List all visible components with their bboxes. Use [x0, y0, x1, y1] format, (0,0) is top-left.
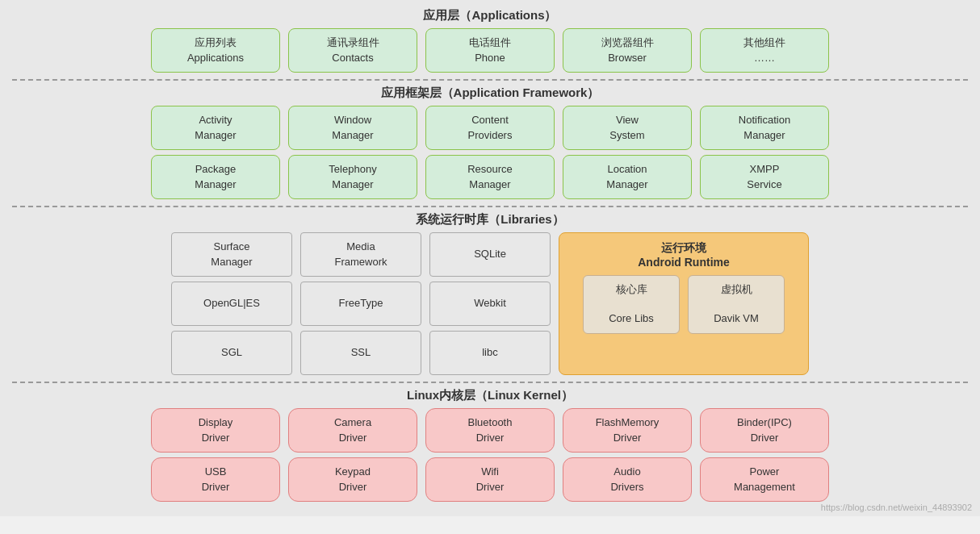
pink-box: PowerManagement	[700, 457, 829, 502]
libraries-row1: SurfaceManagerMediaFrameworkSQLite	[171, 232, 551, 277]
core-libs-box: 核心库 Core Libs	[583, 275, 680, 334]
green-box: 应用列表Applications	[151, 28, 280, 73]
pink-box: Binder(IPC)Driver	[700, 408, 829, 453]
framework-layer: 应用框架层（Application Framework） ActivityMan…	[12, 86, 968, 199]
runtime-title: 运行环境 Android Runtime	[638, 241, 730, 269]
pink-box: BluetoothDriver	[425, 408, 555, 453]
gray-box: libc	[429, 331, 551, 375]
framework-boxes: ActivityManagerWindowManagerContentProvi…	[12, 106, 968, 199]
kernel-layer: Linux内核层（Linux Kernel） DisplayDriverCame…	[12, 388, 968, 502]
libraries-row3: SGLSSLlibc	[171, 331, 551, 375]
green-box: ActivityManager	[151, 106, 280, 150]
green-box: 通讯录组件Contacts	[288, 28, 417, 73]
gray-box: SGL	[171, 331, 292, 375]
green-box: XMPPService	[700, 155, 829, 199]
applications-layer: 应用层（Applications） 应用列表Applications通讯录组件C…	[12, 8, 968, 73]
green-box: 其他组件……	[700, 28, 829, 73]
green-box: LocationManager	[563, 155, 692, 199]
green-box: NotificationManager	[700, 106, 829, 150]
runtime-boxes: 核心库 Core Libs 虚拟机 Davik VM	[583, 275, 785, 334]
kernel-title: Linux内核层（Linux Kernel）	[12, 388, 968, 403]
kernel-row2: USBDriverKeypadDriverWifiDriverAudioDriv…	[12, 457, 968, 502]
pink-box: KeypadDriver	[288, 457, 417, 502]
libraries-left: SurfaceManagerMediaFrameworkSQLite OpenG…	[171, 232, 551, 375]
kernel-boxes: DisplayDriverCameraDriverBluetoothDriver…	[12, 408, 968, 502]
green-box: 浏览器组件Browser	[563, 28, 692, 73]
gray-box: SSL	[300, 331, 421, 375]
green-box: TelephonyManager	[288, 155, 417, 199]
green-box: 电话组件Phone	[425, 28, 555, 73]
libraries-layer: 系统运行时库（Libraries） SurfaceManagerMediaFra…	[12, 212, 968, 375]
gray-box: FreeType	[300, 282, 421, 326]
framework-title: 应用框架层（Application Framework）	[12, 86, 968, 101]
pink-box: AudioDrivers	[563, 457, 692, 502]
framework-row2: PackageManagerTelephonyManagerResourceMa…	[12, 155, 968, 199]
framework-row1: ActivityManagerWindowManagerContentProvi…	[12, 106, 968, 150]
libraries-section: SurfaceManagerMediaFrameworkSQLite OpenG…	[12, 232, 968, 375]
pink-box: USBDriver	[151, 457, 280, 502]
pink-box: WifiDriver	[425, 457, 555, 502]
gray-box: SurfaceManager	[171, 232, 292, 277]
green-box: ViewSystem	[563, 106, 692, 150]
green-box: ResourceManager	[425, 155, 555, 199]
runtime-container: 运行环境 Android Runtime 核心库 Core Libs 虚拟机 D…	[559, 232, 809, 375]
gray-box: Webkit	[429, 282, 551, 326]
green-box: PackageManager	[151, 155, 280, 199]
pink-box: FlashMemoryDriver	[563, 408, 692, 453]
pink-box: DisplayDriver	[151, 408, 280, 453]
kernel-row1: DisplayDriverCameraDriverBluetoothDriver…	[12, 408, 968, 453]
gray-box: OpenGL|ES	[171, 282, 292, 326]
davik-vm-box: 虚拟机 Davik VM	[688, 275, 785, 334]
green-box: WindowManager	[288, 106, 417, 150]
gray-box: MediaFramework	[300, 232, 421, 277]
watermark: https://blog.csdn.net/weixin_44893902	[821, 503, 972, 512]
green-box: ContentProviders	[425, 106, 555, 150]
applications-boxes: 应用列表Applications通讯录组件Contacts电话组件Phone浏览…	[12, 28, 968, 73]
libraries-title: 系统运行时库（Libraries）	[12, 212, 968, 227]
libraries-row2: OpenGL|ESFreeTypeWebkit	[171, 282, 551, 326]
pink-box: CameraDriver	[288, 408, 417, 453]
gray-box: SQLite	[429, 232, 551, 277]
applications-title: 应用层（Applications）	[12, 8, 968, 23]
